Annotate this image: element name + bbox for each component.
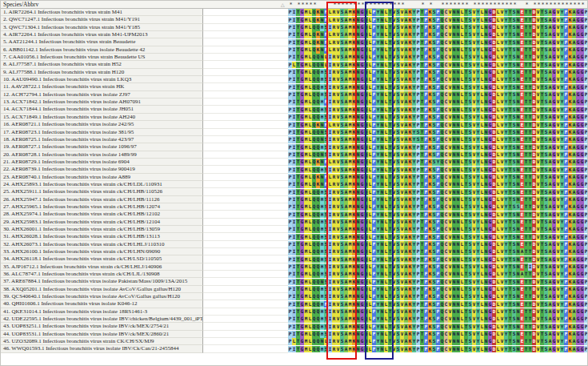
- alignment-row[interactable]: 43. UOP83251.1 Infectious bronchitis vir…: [1, 323, 588, 330]
- sequence-track[interactable]: PITGMLQQHSIRVSAMKNGQLFYNLTVSVAKYPTFKSFQC…: [288, 271, 588, 278]
- sequence-track[interactable]: PLTGMLQQNLIRVSAMKNGQLFYNLTVSVAKYPTFKSFQC…: [288, 61, 588, 68]
- alignment-row[interactable]: 41. QKE31014.1 Infectious bronchitis vir…: [1, 308, 588, 316]
- species-label[interactable]: 37. ARE67884.1 Infectious bronchitis vir…: [1, 278, 203, 285]
- species-label[interactable]: 42. UDE22595.1 Infectious bronchitis vir…: [1, 316, 203, 323]
- sequence-track[interactable]: PITGMLQQHSIRVSAMKNGQLFYNLTVSVAKYPTFKSFQC…: [288, 219, 588, 226]
- alignment-row[interactable]: 30. AHX26001.1 Infectious bronchitis vir…: [1, 226, 588, 233]
- species-label[interactable]: 19. AER08727.1 Infectious bronchitis vir…: [1, 143, 203, 151]
- alignment-row[interactable]: 33. AHX26100.1 Infectious bronchitis vir…: [1, 248, 588, 255]
- species-label[interactable]: 32. AHX26073.1 Infectious bronchitis vir…: [1, 241, 203, 248]
- species-label[interactable]: 24. AHX25893.1 Infectious bronchitis vir…: [1, 181, 203, 188]
- alignment-row[interactable]: 11. AAV28722.1 Infectious bronchitis vir…: [1, 83, 588, 90]
- alignment-row[interactable]: 7. CAA01056.1 Infectious bronchitis viru…: [1, 54, 588, 61]
- sequence-track[interactable]: PITGMLQQNSIRVSAMKNGQLFYNLTVSVAKYSTFKSFQC…: [288, 136, 588, 143]
- sequence-track[interactable]: PITGMLQQHSIRVSAMKNGQLFYNLTVSVAKYPTFKSFQC…: [288, 114, 588, 121]
- alignment-row[interactable]: 42. UDE22595.1 Infectious bronchitis vir…: [1, 316, 588, 323]
- sequence-track[interactable]: PITGMLQQNLIRVSAMKNGQLFYNLTVSVAKYPTFKSFQC…: [288, 54, 588, 61]
- sequence-track[interactable]: PITGMLQKNFLRVSAMKNGQLFYNLTVSVAKYPTFKSFQC…: [288, 9, 588, 16]
- sequence-track[interactable]: PITGMLQKNFLRVSAMKNGQLFYNLTVSVAKYPTFKSFQC…: [288, 181, 588, 188]
- alignment-row[interactable]: 6. ABB01142.1 Infectious bronchitis viru…: [1, 46, 588, 54]
- sequence-track[interactable]: PITGMLQQHSIRVSAMKNGQLFYNLTVSVAKYPTFKSFQC…: [288, 248, 588, 255]
- species-label[interactable]: 14. ACX71844.1 Infectious bronchitis vir…: [1, 106, 203, 113]
- alignment-row[interactable]: 40. QHI01606.1 Infectious bronchitis vir…: [1, 300, 588, 308]
- sequence-track[interactable]: PITGMLQQNSIRVSAMKNGQLFYNLTVSVAKYPTFKSFQC…: [288, 151, 588, 159]
- alignment-row[interactable]: 10. AAU09490.1 Infectious bronchitis vir…: [1, 76, 588, 83]
- species-label[interactable]: 26. AHX25947.1 Infectious bronchitis vir…: [1, 196, 203, 203]
- species-label[interactable]: 43. UOP83251.1 Infectious bronchitis vir…: [1, 323, 203, 330]
- species-label[interactable]: 41. QKE31014.1 Infectious bronchitis vir…: [1, 308, 203, 316]
- sequence-track[interactable]: PITGMLQQHSIRVSAMKNGQLFYNLTVSVAKYPTFKSFQC…: [288, 323, 588, 330]
- species-label[interactable]: 3. QWC71304.1 Infectious bronchitis viru…: [1, 24, 203, 31]
- species-label[interactable]: 25. AHX25911.1 Infectious bronchitis vir…: [1, 188, 203, 195]
- alignment-row[interactable]: 28. AHX25974.1 Infectious bronchitis vir…: [1, 211, 588, 218]
- alignment-row[interactable]: 18. AER08725.1 Infectious bronchitis vir…: [1, 136, 588, 143]
- alignment-row[interactable]: 20. AER08728.1 Infectious bronchitis vir…: [1, 151, 588, 159]
- alignment-row[interactable]: 38. AXQ05201.1 Infectious bronchitis vir…: [1, 286, 588, 293]
- alignment-row[interactable]: 34. AHX26118.1 Infectious bronchitis vir…: [1, 255, 588, 263]
- species-label[interactable]: 23. AER08740.1 Infectious bronchitis vir…: [1, 174, 203, 181]
- sequence-track[interactable]: PITGMLQQHSIRVSAMKNGQLFYNLTVSVAKYPTFKSFQC…: [288, 331, 588, 338]
- species-label[interactable]: 12. ACH72794.1 Infectious bronchitis vir…: [1, 91, 203, 99]
- sequence-track[interactable]: PITGMLQKNFLRVSAMKNGQLFYNLTVSVAKYPTFKSFQC…: [288, 38, 588, 46]
- species-label[interactable]: 33. AHX26100.1 Infectious bronchitis vir…: [1, 248, 203, 255]
- species-label[interactable]: 36. ALC78747.1 Infectious bronchitis vir…: [1, 271, 203, 278]
- sequence-track[interactable]: PLTGMLQQNLIRVSAMKNGQLFYNLTVSVAKYPTFKSFQC…: [288, 338, 588, 345]
- alignment-row[interactable]: 16. AER08721.1 Infectious bronchitis vir…: [1, 121, 588, 128]
- species-label[interactable]: 27. AHX25965.1 Infectious bronchitis vir…: [1, 203, 203, 211]
- sequence-track[interactable]: PITGMLQQNSIRVSAMKNGQLFYNLTVSVAKYPTFKSFQC…: [288, 278, 588, 285]
- sequence-track[interactable]: PITGMLQKNFLRVSAMKNGQLFYNLTVSVAKYPTFKSFQC…: [288, 16, 588, 23]
- species-label[interactable]: 28. AHX25974.1 Infectious bronchitis vir…: [1, 211, 203, 218]
- species-label[interactable]: 31. AHX26028.1 Infectious bronchitis vir…: [1, 233, 203, 240]
- sequence-track[interactable]: PITGMLQKNFLRVSAMKNGQLFYNLTVSVAKYPTFKSYQC…: [288, 159, 588, 166]
- alignment-row[interactable]: 32. AHX26073.1 Infectious bronchitis vir…: [1, 241, 588, 248]
- species-label[interactable]: 22. AER08739.1 Infectious bronchitis vir…: [1, 166, 203, 173]
- sequence-track[interactable]: PITGMLQQHSIRVSAMKNGQLFYNLTVSVAKYPTFKSFQC…: [288, 263, 588, 271]
- species-label[interactable]: 21. AER08729.1 Infectious bronchitis vir…: [1, 159, 203, 166]
- alignment-row[interactable]: 3. QWC71304.1 Infectious bronchitis viru…: [1, 24, 588, 31]
- alignment-row[interactable]: 1. AIR72264.1 Infectious bronchitis viru…: [1, 9, 588, 16]
- alignment-row[interactable]: 19. AER08727.1 Infectious bronchitis vir…: [1, 143, 588, 151]
- species-label[interactable]: 1. AIR72264.1 Infectious bronchitis viru…: [1, 9, 203, 16]
- sequence-track[interactable]: PITGMLQQHSIRVSAMKNGQLFYNLTVSVAKYPTFKSFQC…: [288, 203, 588, 211]
- alignment-row[interactable]: 26. AHX25947.1 Infectious bronchitis vir…: [1, 196, 588, 203]
- sequence-track[interactable]: PITGMLQQHSIRVSAMKNGQLFYNLTVSVAKYPTFKSFQC…: [288, 83, 588, 90]
- species-label[interactable]: 20. AER08728.1 Infectious bronchitis vir…: [1, 151, 203, 159]
- sequence-track[interactable]: PITGMLQQHSIRVSAMKNGQLFYNLTVSVAKYPTFKSFQC…: [288, 241, 588, 248]
- species-label[interactable]: 38. AXQ05201.1 Infectious bronchitis vir…: [1, 286, 203, 293]
- species-label[interactable]: 45. UZO32089.1 Infectious bronchitis vir…: [1, 338, 203, 345]
- alignment-row[interactable]: 39. QCS40640.1 Infectious bronchitis vir…: [1, 293, 588, 300]
- alignment-row[interactable]: 17. AER08723.1 Infectious bronchitis vir…: [1, 129, 588, 136]
- sequence-track[interactable]: PITGMLQKNFLRVSAMKNGQLFYNLTVSVAKYPTFKSFQC…: [288, 121, 588, 128]
- alignment-row[interactable]: 23. AER08740.1 Infectious bronchitis vir…: [1, 174, 588, 181]
- species-label[interactable]: 44. UOP83531.1 Infectious bronchitis vir…: [1, 331, 203, 338]
- alignment-row[interactable]: 45. UZO32089.1 Infectious bronchitis vir…: [1, 338, 588, 345]
- alignment-row[interactable]: 22. AER08739.1 Infectious bronchitis vir…: [1, 166, 588, 173]
- sequence-track[interactable]: PITGMLQQHSIRVSAMKNGQLFYNLTVSVAKYPTFKSFQC…: [288, 69, 588, 76]
- species-label[interactable]: 10. AAU09490.1 Infectious bronchitis vir…: [1, 76, 203, 83]
- species-label[interactable]: 16. AER08721.1 Infectious bronchitis vir…: [1, 121, 203, 128]
- sequence-track[interactable]: PITGMLQQHSIRVSAMKNGQLFYNLTVSVAKYPTFKSFQC…: [288, 91, 588, 99]
- species-label[interactable]: 9. ALJ77588.1 Infectious bronchitis viru…: [1, 69, 203, 76]
- species-label[interactable]: 7. CAA01056.1 Infectious bronchitis viru…: [1, 54, 203, 61]
- sequence-track[interactable]: PITGMLQQHSIRVSAMKNGQLFYNLTVSVAKYPTFKSFQC…: [288, 166, 588, 173]
- species-label[interactable]: 18. AER08725.1 Infectious bronchitis vir…: [1, 136, 203, 143]
- alignment-row[interactable]: 44. UOP83531.1 Infectious bronchitis vir…: [1, 331, 588, 338]
- species-label[interactable]: 40. QHI01606.1 Infectious bronchitis vir…: [1, 300, 203, 308]
- alignment-row[interactable]: 14. ACX71844.1 Infectious bronchitis vir…: [1, 106, 588, 113]
- alignment-row[interactable]: 9. ALJ77588.1 Infectious bronchitis viru…: [1, 69, 588, 76]
- alignment-row[interactable]: 24. AHX25893.1 Infectious bronchitis vir…: [1, 181, 588, 188]
- alignment-row[interactable]: 37. ARE67884.1 Infectious bronchitis vir…: [1, 278, 588, 285]
- alignment-row[interactable]: 13. ACX71842.1 Infectious bronchitis vir…: [1, 99, 588, 106]
- species-label[interactable]: 30. AHX26001.1 Infectious bronchitis vir…: [1, 226, 203, 233]
- sequence-track[interactable]: PITGMLQKNFLRVSAMKNGQLFYNLTVSVAKYPTFKSFQC…: [288, 31, 588, 38]
- sequence-track[interactable]: PITGMLQQHSIRVSAMKNGQLFYNLTVSVAKYPTFKSFQC…: [288, 345, 588, 352]
- sequence-track[interactable]: PITGMLQQHSIRVSAMKNGQLFYNLTVSVAKYPTFKSFQC…: [288, 143, 588, 151]
- species-label[interactable]: 39. QCS40640.1 Infectious bronchitis vir…: [1, 293, 203, 300]
- sequence-track[interactable]: PITGMLQQHFIRVSAMKNGQLFYNLTVSVAKYPTFKSFQC…: [288, 99, 588, 106]
- species-label[interactable]: 5. AAT21244.1 Infectious bronchitis viru…: [1, 38, 203, 46]
- sequence-track[interactable]: PITGMLQQHSIRVSAMKNGQLFYNLTVSVAKYPTFKSFQC…: [288, 188, 588, 195]
- sequence-track[interactable]: PITGMLQQHSIRVSAMKNGQLFYNLTVSVAKYPTFKSFQC…: [288, 226, 588, 233]
- alignment-row[interactable]: 31. AHX26028.1 Infectious bronchitis vir…: [1, 233, 588, 240]
- alignment-row[interactable]: 36. ALC78747.1 Infectious bronchitis vir…: [1, 271, 588, 278]
- alignment-row[interactable]: 35. AJP16712.1 Infectious bronchitis vir…: [1, 263, 588, 271]
